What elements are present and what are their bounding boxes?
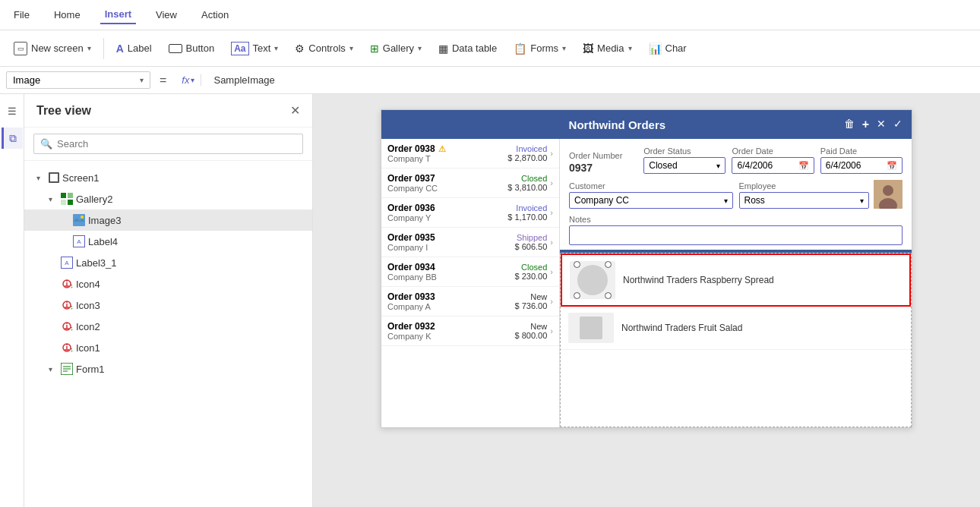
controls-icon: ⚙ bbox=[295, 43, 305, 55]
orders-list: Order 0938 ⚠ Company T Invoiced $ 2,870.… bbox=[381, 139, 560, 427]
employee-avatar bbox=[874, 180, 903, 209]
tree-item-icon2[interactable]: + Icon2 bbox=[24, 316, 312, 337]
trash-icon[interactable]: 🗑 bbox=[844, 118, 855, 131]
media-button[interactable]: 🖼 Media ▾ bbox=[575, 39, 639, 58]
menu-home[interactable]: Home bbox=[49, 6, 85, 24]
menu-insert[interactable]: Insert bbox=[100, 5, 136, 24]
order-0937-info: Order 0937 Company CC bbox=[387, 173, 507, 193]
handle-tl[interactable] bbox=[574, 261, 580, 268]
tree-item-icon4[interactable]: + Icon4 bbox=[24, 273, 312, 294]
field-order-status: Order Status Closed ▾ bbox=[643, 146, 726, 174]
text-button[interactable]: Aa Text ▾ bbox=[223, 39, 286, 58]
form1-icon bbox=[61, 363, 73, 375]
order-0937-chevron: › bbox=[550, 178, 553, 187]
formula-input[interactable] bbox=[207, 73, 974, 87]
tree-item-screen1[interactable]: ▾ Screen1 bbox=[24, 167, 312, 188]
order-0935-num: Order 0935 bbox=[387, 232, 515, 243]
new-screen-button[interactable]: ▭ New screen ▾ bbox=[6, 39, 99, 58]
tree-header: Tree view ✕ bbox=[24, 94, 312, 128]
order-row-0932[interactable]: Order 0932 Company K New $ 800.00 › bbox=[381, 316, 559, 346]
chart-button[interactable]: 📊 Char bbox=[641, 39, 694, 58]
order-row-0934[interactable]: Order 0934 Company BB Closed $ 230.00 › bbox=[381, 257, 559, 287]
order-row-0936[interactable]: Order 0936 Company Y Invoiced $ 1,170.00… bbox=[381, 198, 559, 228]
paid-date-input[interactable]: 6/4/2006 📅 bbox=[820, 157, 903, 174]
gallery-label: Gallery bbox=[383, 43, 414, 54]
gallery-button[interactable]: ⊞ Gallery ▾ bbox=[362, 39, 429, 58]
handle-bl[interactable] bbox=[574, 292, 580, 299]
notes-input[interactable] bbox=[569, 225, 903, 245]
customer-select[interactable]: Company CC ▾ bbox=[569, 192, 733, 209]
screen1-chevron-down: ▾ bbox=[36, 174, 46, 182]
sidebar-menu-icon[interactable]: ☰ bbox=[2, 100, 23, 121]
tree-item-image3[interactable]: Image3 bbox=[24, 209, 312, 231]
button-label: Button bbox=[186, 43, 215, 54]
svg-rect-0 bbox=[61, 193, 66, 198]
order-0938-company: Company T bbox=[387, 154, 507, 163]
tree-search-input[interactable] bbox=[57, 138, 296, 150]
sidebar-layers-icon[interactable]: ⧉ bbox=[2, 128, 23, 149]
tree-item-label4[interactable]: A Label4 bbox=[24, 231, 312, 252]
plus-icon[interactable]: + bbox=[862, 118, 869, 131]
order-row-0933[interactable]: Order 0933 Company A New $ 736.00 › bbox=[381, 287, 559, 316]
customer-label: Customer bbox=[569, 181, 733, 191]
northwind-header: Northwind Orders 🗑 + ✕ ✓ bbox=[381, 110, 912, 139]
order-number-value: 0937 bbox=[569, 162, 637, 174]
button-button[interactable]: Button bbox=[161, 39, 223, 57]
tree-item-gallery2[interactable]: ▾ Gallery2 bbox=[24, 188, 312, 209]
order-0936-info: Order 0936 Company Y bbox=[387, 203, 507, 222]
gallery-item-2-thumb bbox=[568, 313, 614, 343]
check-icon[interactable]: ✓ bbox=[893, 118, 903, 131]
gallery-item-2[interactable]: Northwind Traders Fruit Salad bbox=[561, 307, 911, 350]
gallery-item-2-name: Northwind Traders Fruit Salad bbox=[614, 323, 742, 333]
order-row-0938[interactable]: Order 0938 ⚠ Company T Invoiced $ 2,870.… bbox=[381, 139, 559, 168]
close-icon[interactable]: ✕ bbox=[877, 118, 886, 131]
formula-fx-section[interactable]: fx ▾ bbox=[175, 74, 201, 86]
text-chevron: ▾ bbox=[274, 44, 278, 52]
controls-button[interactable]: ⚙ Controls ▾ bbox=[287, 39, 360, 58]
tree-search-box: 🔍 bbox=[33, 134, 303, 154]
formula-bar: Image ▾ = fx ▾ bbox=[0, 67, 980, 94]
order-row-0937[interactable]: Order 0937 Company CC Closed $ 3,810.00 … bbox=[381, 168, 559, 198]
menu-view[interactable]: View bbox=[151, 6, 182, 24]
order-0936-status: Invoiced bbox=[507, 203, 547, 213]
formula-select[interactable]: Image ▾ bbox=[6, 71, 150, 89]
gallery-chevron: ▾ bbox=[418, 44, 422, 52]
handle-tr[interactable] bbox=[605, 261, 612, 268]
svg-point-32 bbox=[883, 185, 893, 196]
northwind-app: Northwind Orders 🗑 + ✕ ✓ bbox=[381, 109, 912, 428]
tree-item-icon3[interactable]: + Icon3 bbox=[24, 294, 312, 316]
menu-bar: File Home Insert View Action bbox=[0, 0, 980, 30]
order-status-select[interactable]: Closed ▾ bbox=[643, 157, 726, 174]
new-screen-label: New screen bbox=[31, 43, 84, 54]
paid-date-label: Paid Date bbox=[820, 146, 903, 156]
fx-label: fx bbox=[182, 74, 189, 86]
tree-close-button[interactable]: ✕ bbox=[290, 103, 300, 118]
label-button[interactable]: A Label bbox=[109, 39, 160, 58]
handle-br[interactable] bbox=[605, 292, 612, 299]
order-0933-company: Company A bbox=[387, 302, 515, 311]
menu-action[interactable]: Action bbox=[197, 6, 233, 24]
data-table-button[interactable]: ▦ Data table bbox=[431, 39, 504, 58]
detail-panel: Order Number 0937 Order Status Closed ▾ bbox=[560, 139, 912, 427]
text-label: Text bbox=[253, 43, 271, 54]
menu-file[interactable]: File bbox=[9, 6, 34, 24]
tree-item-form1[interactable]: ▾ Form1 bbox=[24, 358, 312, 379]
order-row-0935[interactable]: Order 0935 Company I Shipped $ 606.50 › bbox=[381, 228, 559, 257]
employee-select[interactable]: Ross ▾ bbox=[739, 192, 870, 209]
forms-button[interactable]: 📋 Forms ▾ bbox=[506, 39, 574, 58]
gallery-item-1-name: Northwind Traders Raspberry Spread bbox=[615, 275, 774, 285]
order-date-calendar-icon: 📅 bbox=[798, 161, 809, 171]
order-date-input[interactable]: 6/4/2006 📅 bbox=[732, 157, 814, 174]
tree-item-icon1[interactable]: + Icon1 bbox=[24, 337, 312, 358]
new-screen-chevron: ▾ bbox=[87, 44, 91, 52]
form-row-notes: Notes bbox=[569, 215, 903, 245]
order-0932-chevron: › bbox=[550, 326, 553, 335]
data-table-icon: ▦ bbox=[438, 43, 448, 55]
gallery-item-selected[interactable]: Northwind Traders Raspberry Spread bbox=[561, 254, 911, 307]
label4-label: Label4 bbox=[88, 236, 118, 247]
tree-item-label3-1[interactable]: A Label3_1 bbox=[24, 252, 312, 273]
media-label: Media bbox=[597, 43, 624, 54]
label3-1-icon: A bbox=[61, 257, 73, 269]
button-icon bbox=[169, 44, 182, 53]
formula-select-chevron: ▾ bbox=[140, 76, 144, 84]
